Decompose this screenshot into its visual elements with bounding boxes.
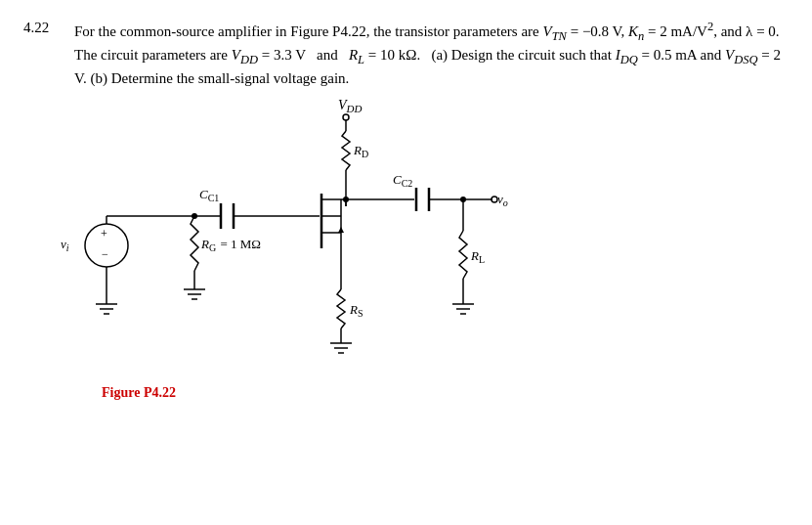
svg-point-35 [343,197,349,202]
problem-text: 4.22 For the common-source amplifier in … [23,18,789,90]
problem-number: 4.22 [23,18,74,90]
rs-label: RS [349,302,363,319]
cc2-label: CC2 [393,172,412,189]
vi-minus-label: − [102,247,108,261]
vo-label: vo [497,192,508,208]
figure-label: Figure P4.22 [102,385,176,400]
vdd-label: VDD [338,98,363,114]
svg-point-0 [343,114,349,120]
page: 4.22 For the common-source amplifier in … [0,0,812,525]
problem-body: For the common-source amplifier in Figur… [74,18,789,90]
vi-label: vi [61,237,69,253]
vi-plus-label: + [101,227,107,241]
rd-label: RD [353,143,368,159]
circuit-area: VDD RD [23,94,789,456]
svg-marker-11 [338,227,344,233]
cc1-label: CC1 [199,187,219,203]
rl-label: RL [470,248,485,265]
rg-label: RG = 1 MΩ [200,237,261,253]
